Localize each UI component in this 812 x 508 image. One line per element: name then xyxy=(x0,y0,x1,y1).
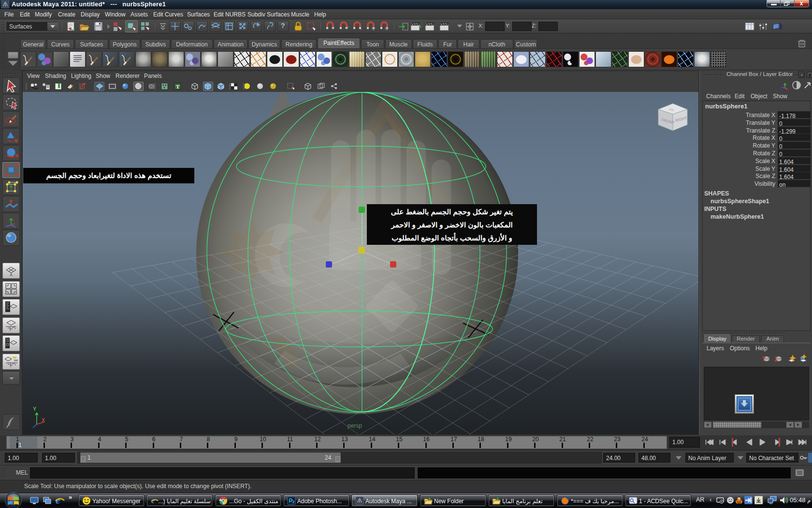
svg-text:persp: persp xyxy=(348,422,362,429)
svg-text:T: T xyxy=(176,84,180,90)
svg-text:Y: Y xyxy=(33,406,37,412)
svg-text:X: X xyxy=(42,417,45,423)
